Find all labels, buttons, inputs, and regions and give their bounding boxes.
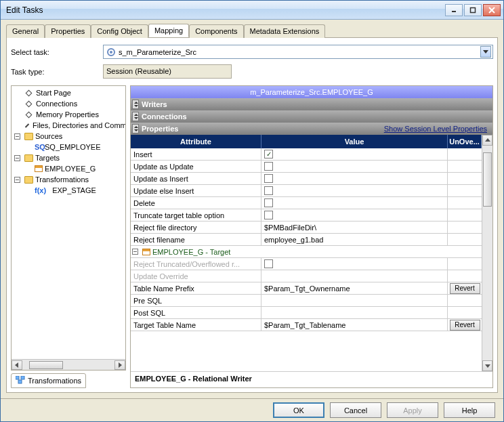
help-button[interactable]: Help [444, 402, 495, 418]
group-properties: Properties Show Session Level Properties [131, 123, 492, 135]
collapse-icon[interactable]: – [14, 155, 20, 161]
chevron-down-icon[interactable] [480, 46, 491, 58]
tree-item-sources[interactable]: –Sources [12, 131, 125, 142]
prop-row-reject-dir[interactable]: Reject file directory$PMBadFileDir\ [131, 221, 482, 234]
checkbox-icon[interactable] [264, 174, 273, 183]
tree-item-employee-g[interactable]: EMPLOYEE_G [12, 163, 125, 174]
checkbox-icon[interactable] [264, 162, 273, 171]
titlebar: Edit Tasks [1, 1, 503, 20]
tab-mapping[interactable]: Mapping [148, 24, 189, 37]
group-connections[interactable]: Connections [131, 110, 492, 123]
tree-item-files-directories[interactable]: Files, Directories and Commands [12, 120, 125, 131]
transformations-icon [16, 376, 25, 385]
ok-button[interactable]: OK [273, 402, 324, 418]
apply-button[interactable]: Apply [387, 402, 438, 418]
grid-group-row[interactable]: – EMPLOYEE_G - Target [131, 246, 482, 258]
bottom-tab-transformations[interactable]: Transformations [11, 373, 86, 388]
target-icon [35, 165, 43, 172]
revert-button[interactable]: Revert [450, 320, 480, 331]
task-type-label: Task type: [11, 68, 99, 76]
svg-marker-6 [483, 50, 488, 54]
prop-row-post-sql[interactable]: Post SQL [131, 307, 482, 319]
tab-metadata-extensions[interactable]: Metadata Extensions [244, 24, 326, 38]
tree-item-connections[interactable]: Connections [12, 98, 125, 109]
tab-properties[interactable]: Properties [45, 24, 91, 38]
tree-item-targets[interactable]: –Targets [12, 152, 125, 163]
col-value[interactable]: Value [261, 135, 448, 148]
spinner-icon[interactable] [132, 100, 139, 109]
collapse-icon[interactable]: – [14, 177, 20, 183]
prop-row-update-as-insert[interactable]: Update as Insert [131, 173, 482, 185]
folder-icon [24, 176, 33, 184]
minimize-button[interactable] [445, 4, 463, 16]
status-bar: EMPLOYEE_G - Relational Writer [131, 371, 492, 387]
scroll-thumb[interactable] [483, 152, 492, 207]
svg-point-5 [110, 51, 112, 54]
checkbox-icon[interactable] [264, 198, 273, 207]
collapse-icon[interactable]: – [132, 249, 138, 255]
tab-config-object[interactable]: Config Object [91, 24, 148, 38]
close-button[interactable] [483, 4, 501, 16]
select-task-label: Select task: [11, 48, 99, 56]
tab-components[interactable]: Components [189, 24, 243, 38]
tree-item-exp-stage[interactable]: f(x) EXP_STAGE [12, 185, 125, 196]
object-header: m_Parameterize_Src.EMPLOYEE_G [131, 86, 492, 98]
tree-item-memory-properties[interactable]: Memory Properties [12, 109, 125, 120]
task-type-value: Session (Reusable) [103, 64, 232, 79]
prop-row-update-as-update[interactable]: Update as Update [131, 161, 482, 173]
cancel-button[interactable]: Cancel [330, 402, 381, 418]
maximize-button[interactable] [464, 4, 482, 16]
checkbox-icon[interactable] [264, 211, 273, 219]
grid-header: Attribute Value UnOve... [131, 135, 482, 148]
diamond-icon [25, 123, 29, 127]
spinner-icon[interactable] [132, 124, 139, 133]
scroll-left-icon[interactable] [12, 360, 22, 370]
prop-row-table-name-prefix[interactable]: Table Name Prefix$Param_Tgt_OwnernameRev… [131, 282, 482, 295]
diamond-icon [26, 100, 33, 107]
diamond-icon [26, 111, 33, 118]
nav-tree[interactable]: Start Page Connections Memory Properties… [12, 86, 125, 359]
col-attribute[interactable]: Attribute [131, 135, 261, 148]
show-session-level-link[interactable]: Show Session Level Properties [384, 123, 487, 135]
folder-icon [24, 133, 33, 140]
svg-rect-9 [16, 376, 19, 379]
tab-general[interactable]: General [6, 24, 45, 38]
scroll-down-icon[interactable] [482, 360, 492, 371]
group-writers[interactable]: Writers [131, 98, 492, 110]
target-icon [142, 249, 150, 255]
prop-row-update-override[interactable]: Update Override [131, 270, 482, 282]
scroll-thumb[interactable] [29, 361, 63, 369]
select-task-combo[interactable]: s_m_Parameterize_Src [103, 45, 493, 59]
prop-row-truncate[interactable]: Truncate target table option [131, 209, 482, 221]
prop-row-pre-sql[interactable]: Pre SQL [131, 295, 482, 307]
revert-button[interactable]: Revert [450, 283, 480, 294]
prop-row-target-table-name[interactable]: Target Table Name$Param_Tgt_TablenameRev… [131, 319, 482, 331]
window-title: Edit Tasks [6, 5, 445, 15]
expression-icon: f(x) [35, 186, 46, 194]
collapse-icon[interactable]: – [14, 133, 20, 140]
prop-row-reject-filename[interactable]: Reject filenameemployee_g1.bad [131, 234, 482, 246]
checkbox-icon[interactable] [264, 150, 273, 159]
svg-marker-8 [119, 362, 122, 368]
tree-scrollbar-horizontal[interactable] [12, 359, 125, 370]
svg-rect-10 [21, 376, 24, 379]
prop-row-reject-truncated[interactable]: Reject Truncated/Overflowed r... [131, 258, 482, 270]
prop-row-delete[interactable]: Delete [131, 197, 482, 209]
diamond-icon [26, 89, 33, 96]
tree-item-start-page[interactable]: Start Page [12, 87, 125, 98]
scroll-right-icon[interactable] [114, 360, 125, 370]
tree-item-transformations[interactable]: –Transformations [12, 174, 125, 185]
tabstrip: General Properties Config Object Mapping… [6, 24, 498, 38]
svg-marker-12 [485, 138, 490, 142]
grid-scrollbar-vertical[interactable] [482, 135, 492, 371]
svg-marker-7 [15, 362, 18, 368]
checkbox-icon[interactable] [264, 259, 273, 268]
prop-row-update-else-insert[interactable]: Update else Insert [131, 185, 482, 197]
col-unoverride[interactable]: UnOve... [448, 135, 482, 148]
checkbox-icon[interactable] [264, 186, 273, 195]
prop-row-insert[interactable]: Insert [131, 148, 482, 161]
tree-item-sq-employee[interactable]: SQSQ_EMPLOYEE [12, 142, 125, 152]
spinner-icon[interactable] [132, 112, 139, 121]
scroll-up-icon[interactable] [482, 135, 492, 146]
svg-marker-13 [485, 364, 490, 368]
